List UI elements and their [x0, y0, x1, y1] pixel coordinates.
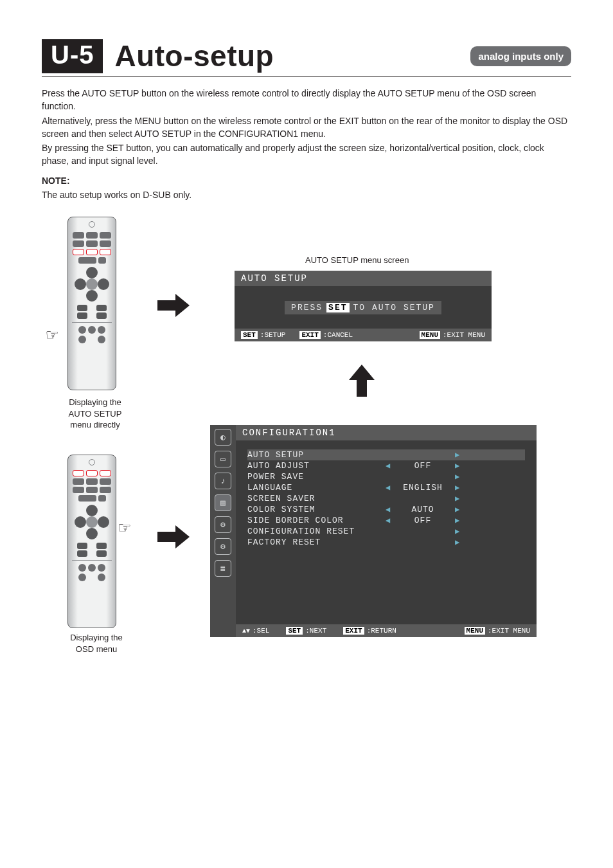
- osd-conf-row-value: OFF: [394, 516, 452, 525]
- remote-dpad: [75, 267, 109, 302]
- hand-pointer-icon: ☞: [118, 519, 132, 537]
- foot-exit-label: :RETURN: [367, 627, 396, 635]
- foot-menu-label: :EXIT MENU: [488, 627, 530, 635]
- press-set-chip: SET: [326, 303, 349, 312]
- arrow-right-icon: [157, 525, 190, 548]
- note-body: The auto setup works on D-SUB only.: [42, 188, 571, 201]
- triangle-right-icon: ▶: [452, 450, 463, 460]
- set-label: :SETUP: [260, 331, 286, 339]
- arrow-up-icon: [349, 365, 375, 397]
- osd-conf-row: POWER SAVE▶: [247, 471, 525, 482]
- remote-ir-window: [89, 221, 95, 228]
- osd-conf-row-label: AUTO ADJUST: [247, 461, 382, 471]
- page-header: U-5 Auto-setup analog inputs only: [42, 39, 571, 77]
- osd-conf-row-value: OFF: [394, 461, 452, 471]
- osd-conf-row-value: ENGLISH: [394, 483, 452, 493]
- svg-marker-2: [157, 525, 190, 548]
- paragraph-3: By pressing the SET button, you can auto…: [42, 141, 571, 168]
- menu-label: :EXIT MENU: [443, 331, 485, 339]
- osd-conf-row-label: POWER SAVE: [247, 472, 382, 482]
- figure-area: ☜ Displaying the AUTO SETUP menu directl…: [42, 223, 569, 673]
- osd-conf-row-label: SIDE BORDER COLOR: [247, 516, 382, 525]
- triangle-right-icon: ▶: [452, 527, 463, 536]
- osd-conf-row: AUTO ADJUST◀OFF▶: [247, 460, 525, 471]
- osd-conf-row: CONFIGURATION RESET▶: [247, 526, 525, 537]
- osd-conf-row: AUTO SETUP▶: [247, 449, 525, 460]
- side-icon-audio: ♪: [215, 473, 231, 489]
- press-suffix: TO AUTO SETUP: [353, 303, 435, 312]
- remote-bottom-caption: Displaying the OSD menu: [61, 632, 132, 655]
- osd-conf-row: SIDE BORDER COLOR◀OFF▶: [247, 515, 525, 526]
- side-icon-config3: ⚙: [215, 538, 231, 555]
- note-label: NOTE:: [42, 174, 571, 187]
- remote-bottom: [67, 455, 116, 628]
- side-icon-advanced: ≣: [215, 560, 231, 577]
- exit-label: :CANCEL: [323, 331, 353, 339]
- section-code-badge: U-5: [42, 39, 103, 73]
- osd-auto-footer: SET:SETUP EXIT:CANCEL MENU:EXIT MENU: [235, 329, 492, 341]
- svg-marker-1: [349, 365, 375, 397]
- osd-auto-setup-panel: AUTO SETUP PRESS SET TO AUTO SETUP SET:S…: [235, 271, 492, 341]
- triangle-right-icon: ▶: [452, 494, 463, 503]
- remote-top-caption: Displaying the AUTO SETUP menu directly: [60, 397, 130, 431]
- set-chip: SET: [241, 331, 258, 339]
- remote-dpad: [75, 505, 109, 539]
- osd-conf-row-label: LANGUAGE: [247, 483, 382, 493]
- triangle-left-icon: ◀: [382, 483, 394, 493]
- osd-auto-press-line: PRESS SET TO AUTO SETUP: [285, 301, 441, 314]
- press-prefix: PRESS: [291, 303, 323, 312]
- side-icon-screen: ▭: [215, 451, 231, 467]
- osd-configuration1-panel: ◐ ▭ ♪ ▤ ⚙ ⚙ ≣ CONFIGURATION1 AUTO SETUP▶…: [210, 425, 537, 637]
- foot-sel: :SEL: [253, 627, 269, 635]
- osd-side-icons: ◐ ▭ ♪ ▤ ⚙ ⚙ ≣: [210, 425, 236, 637]
- triangle-right-icon: ▶: [452, 516, 463, 525]
- side-icon-config1: ▤: [215, 494, 231, 511]
- side-icon-config2: ⚙: [215, 516, 231, 533]
- foot-exit-chip: EXIT: [343, 627, 364, 635]
- remote-top: [67, 217, 116, 390]
- auto-setup-caption: AUTO SETUP menu screen: [305, 255, 409, 265]
- remote-ir-window: [89, 459, 95, 466]
- arrow-right-icon: [157, 294, 190, 317]
- menu-chip: MENU: [420, 331, 440, 339]
- triangle-right-icon: ▶: [452, 472, 463, 482]
- svg-marker-0: [157, 294, 190, 317]
- triangle-right-icon: ▶: [452, 461, 463, 471]
- triangle-left-icon: ◀: [382, 461, 394, 471]
- osd-conf-menu: AUTO SETUP▶AUTO ADJUST◀OFF▶POWER SAVE▶LA…: [236, 440, 537, 624]
- triangle-left-icon: ◀: [382, 516, 394, 525]
- triangle-right-icon: ▶: [452, 505, 463, 514]
- triangle-left-icon: ◀: [382, 505, 394, 514]
- exit-chip: EXIT: [299, 331, 320, 339]
- osd-conf-row-label: AUTO SETUP: [247, 450, 382, 460]
- osd-conf-row: FACTORY RESET▶: [247, 537, 525, 548]
- paragraph-1: Press the AUTO SETUP button on the wirel…: [42, 87, 571, 113]
- osd-conf-row: SCREEN SAVER▶: [247, 493, 525, 504]
- osd-conf-row-label: COLOR SYSTEM: [247, 505, 382, 514]
- triangle-right-icon: ▶: [452, 483, 463, 493]
- section-title: Auto-setup: [114, 39, 470, 73]
- side-icon-picture: ◐: [215, 429, 231, 446]
- osd-conf-row-label: SCREEN SAVER: [247, 494, 382, 503]
- osd-conf-titlebar: CONFIGURATION1: [236, 425, 537, 440]
- paragraph-2: Alternatively, press the MENU button on …: [42, 114, 571, 141]
- foot-set-chip: SET: [286, 627, 303, 635]
- hand-pointer-icon: ☜: [45, 326, 59, 344]
- osd-conf-footer: ▲▼:SEL SET:NEXT EXIT:RETURN MENU:EXIT ME…: [236, 624, 537, 637]
- osd-conf-row-label: CONFIGURATION RESET: [247, 527, 382, 536]
- foot-set-label: :NEXT: [305, 627, 326, 635]
- foot-menu-chip: MENU: [465, 627, 485, 635]
- osd-conf-row: COLOR SYSTEM◀AUTO▶: [247, 504, 525, 515]
- osd-conf-row: LANGUAGE◀ENGLISH▶: [247, 482, 525, 493]
- osd-conf-row-label: FACTORY RESET: [247, 538, 382, 547]
- osd-auto-titlebar: AUTO SETUP: [235, 271, 492, 286]
- body-text: Press the AUTO SETUP button on the wirel…: [42, 87, 571, 201]
- analog-only-pill: analog inputs only: [470, 46, 571, 66]
- osd-conf-row-value: AUTO: [394, 505, 452, 514]
- triangle-right-icon: ▶: [452, 538, 463, 547]
